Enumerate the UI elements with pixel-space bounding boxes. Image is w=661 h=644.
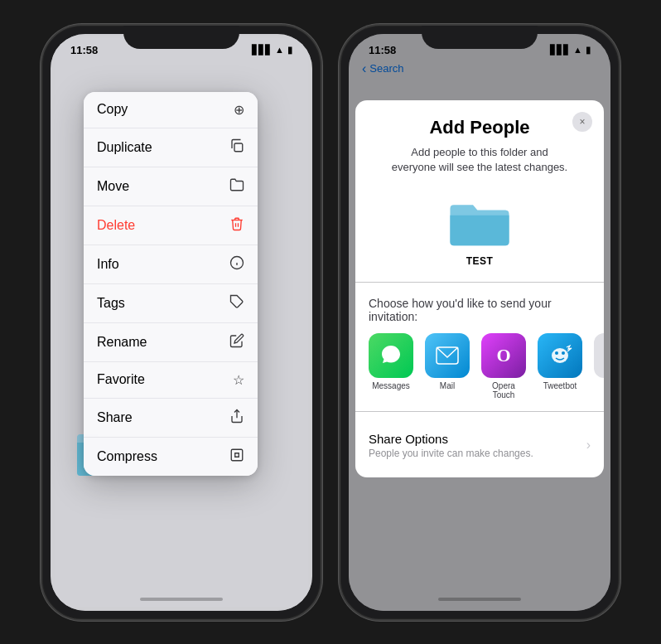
home-indicator-1	[140, 598, 223, 601]
tweetbot-label: Tweetbot	[543, 381, 577, 390]
phone2-screen: 11:58 ▋▋▋ ▲ ▮ ‹ Search × Add People Add …	[349, 34, 610, 611]
tags-icon	[229, 294, 244, 312]
battery-icon-2: ▮	[586, 45, 591, 56]
menu-favorite-label: Favorite	[97, 372, 145, 387]
close-button[interactable]: ×	[572, 112, 592, 132]
menu-share-label: Share	[97, 410, 133, 425]
folder-icon	[446, 196, 513, 250]
svg-point-9	[555, 351, 558, 355]
opera-app-icon: O	[481, 333, 526, 378]
duplicate-icon	[229, 138, 244, 157]
more-icon: ···	[594, 333, 604, 378]
time-2: 11:58	[369, 44, 396, 56]
info-icon	[229, 255, 244, 274]
chevron-right-icon: ›	[586, 438, 591, 453]
folder-name: TEST	[466, 255, 494, 267]
menu-item-delete[interactable]: Delete	[84, 206, 258, 245]
menu-item-rename[interactable]: Rename	[84, 323, 258, 362]
notch-2	[422, 26, 538, 49]
menu-delete-label: Delete	[97, 218, 135, 233]
menu-compress-label: Compress	[97, 449, 157, 464]
menu-item-share[interactable]: Share	[84, 399, 258, 438]
divider-1	[355, 282, 604, 283]
signal-icon: ▋▋▋	[252, 45, 272, 56]
move-icon	[229, 177, 244, 196]
messages-app-icon	[369, 333, 413, 378]
delete-icon	[229, 216, 244, 235]
rename-icon	[229, 333, 244, 351]
svg-rect-0	[234, 143, 243, 152]
opera-label: Opera Touch	[481, 381, 526, 399]
wifi-icon: ▲	[275, 45, 284, 55]
share-options-sub: People you invite can make changes.	[369, 448, 533, 459]
folder-container: TEST	[355, 183, 604, 274]
app-more[interactable]: ···	[594, 333, 604, 378]
share-icon	[229, 409, 244, 427]
invite-label: Choose how you'd like to send your invit…	[369, 297, 591, 323]
app-messages[interactable]: Messages	[369, 333, 413, 390]
menu-rename-label: Rename	[97, 335, 147, 350]
modal-header: × Add People Add people to this folder a…	[355, 100, 604, 183]
status-icons-2: ▋▋▋ ▲ ▮	[550, 45, 591, 56]
svg-point-8	[552, 348, 568, 363]
compress-icon	[229, 448, 244, 466]
mail-app-icon	[425, 333, 470, 378]
battery-icon: ▮	[287, 45, 292, 56]
menu-move-label: Move	[97, 179, 129, 194]
share-options-row[interactable]: Share Options People you invite can make…	[355, 420, 604, 461]
mail-label: Mail	[440, 381, 455, 390]
app-opera[interactable]: O Opera Touch	[481, 333, 526, 399]
modal-title: Add People	[372, 117, 587, 138]
menu-item-move[interactable]: Move	[84, 167, 258, 206]
menu-info-label: Info	[97, 257, 119, 272]
share-options-title: Share Options	[369, 432, 533, 446]
home-indicator-2	[438, 598, 521, 601]
menu-item-favorite[interactable]: Favorite ☆	[84, 362, 258, 399]
copy-icon: ⊕	[234, 102, 244, 118]
menu-duplicate-label: Duplicate	[97, 140, 152, 155]
menu-item-duplicate[interactable]: Duplicate	[84, 128, 258, 167]
tweetbot-app-icon	[538, 333, 582, 378]
menu-item-info[interactable]: Info	[84, 245, 258, 284]
share-options-text: Share Options People you invite can make…	[369, 432, 533, 459]
menu-item-compress[interactable]: Compress	[84, 438, 258, 476]
wifi-icon-2: ▲	[573, 45, 582, 55]
invite-section: Choose how you'd like to send your invit…	[355, 290, 604, 399]
phone-2: 11:58 ▋▋▋ ▲ ▮ ‹ Search × Add People Add …	[339, 24, 620, 621]
signal-icon-2: ▋▋▋	[550, 45, 570, 56]
messages-label: Messages	[372, 381, 410, 390]
svg-point-10	[562, 351, 565, 355]
context-menu: Copy ⊕ Duplicate Move Delete	[84, 92, 258, 476]
notch-1	[123, 26, 239, 49]
menu-item-copy[interactable]: Copy ⊕	[84, 92, 258, 128]
divider-2	[355, 411, 604, 412]
svg-rect-6	[231, 449, 243, 461]
menu-copy-label: Copy	[97, 102, 128, 117]
favorite-icon: ☆	[233, 372, 244, 388]
menu-item-tags[interactable]: Tags	[84, 284, 258, 323]
phone-1: 11:58 ▋▋▋ ▲ ▮ ‹ Search Copy ⊕ Duplicate	[41, 24, 322, 621]
status-icons-1: ▋▋▋ ▲ ▮	[252, 45, 292, 56]
phone1-screen: 11:58 ▋▋▋ ▲ ▮ ‹ Search Copy ⊕ Duplicate	[51, 34, 312, 611]
add-people-modal: × Add People Add people to this folder a…	[355, 100, 604, 477]
app-mail[interactable]: Mail	[425, 333, 470, 390]
menu-tags-label: Tags	[97, 296, 125, 311]
app-tweetbot[interactable]: Tweetbot	[538, 333, 582, 390]
modal-overlay: × Add People Add people to this folder a…	[349, 34, 610, 611]
modal-subtitle: Add people to this folder and everyone w…	[372, 145, 587, 175]
app-icons-row: Messages Mail O Opera Touch	[369, 333, 591, 399]
time-1: 11:58	[70, 44, 98, 56]
